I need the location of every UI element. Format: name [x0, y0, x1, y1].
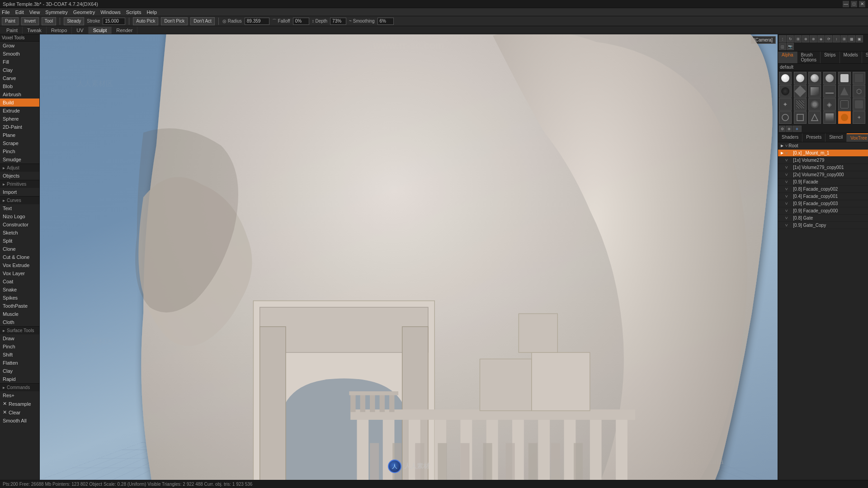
icon-btn-7[interactable]: ⟳ [825, 35, 832, 42]
brush-cell-21[interactable] [808, 111, 821, 124]
menu-edit[interactable]: Edit [15, 9, 24, 15]
sidebar-item-toothpaste[interactable]: ToothPaste [0, 302, 39, 310]
icon2-add[interactable]: + [793, 126, 802, 132]
brush-cell-20[interactable] [794, 111, 807, 124]
sidebar-item-snake[interactable]: Snake [0, 286, 39, 294]
brush-cell-2[interactable] [794, 72, 807, 84]
menu-windows[interactable]: Windows [100, 9, 121, 15]
tab-uv[interactable]: UV [72, 27, 88, 34]
brush-cell-16[interactable]: ◈ [823, 98, 836, 111]
viewport[interactable]: www.rr-sc.com 人人素材区 人人素材区 人人素材区 人人素材区 Gu… [40, 34, 778, 480]
sidebar-item-clay[interactable]: Clay [0, 66, 39, 74]
brush-cell-24[interactable]: + [853, 111, 865, 124]
layer-tab-voxtree[interactable]: VoxTree [847, 133, 868, 142]
minimize-btn[interactable]: — [843, 1, 849, 7]
sidebar-item-clear[interactable]: ✕ Clear [0, 408, 39, 417]
layer-item-facade-c000[interactable]: V [0.9] Facade_copy000 [778, 207, 868, 215]
sidebar-item-scrape[interactable]: Scrape [0, 139, 39, 147]
menu-view[interactable]: View [29, 9, 40, 15]
sidebar-item-plane[interactable]: Plane [0, 131, 39, 139]
brush-tab-alpha[interactable]: Alpha [778, 52, 797, 63]
sidebar-item-cutclone[interactable]: Cut & Clone [0, 253, 39, 261]
sidebar-item-fill[interactable]: Fill [0, 58, 39, 66]
sidebar-item-commands[interactable]: ▸ Commands [0, 383, 39, 391]
sidebar-item-clone[interactable]: Clone [0, 245, 39, 253]
sidebar-item-blob[interactable]: Blob [0, 82, 39, 90]
layer-item-facade-c003[interactable]: V [0.9] Facade_copy003 [778, 200, 868, 207]
sidebar-item-nizo[interactable]: Nizo Logo [0, 212, 39, 221]
layer-tab-shaders[interactable]: Shaders [778, 133, 802, 142]
sidebar-item-voxextrude[interactable]: Vox Extrude [0, 261, 39, 269]
brush-cell-17[interactable] [838, 98, 851, 111]
sidebar-item-pinch[interactable]: Pinch [0, 147, 39, 155]
sidebar-item-resplus[interactable]: Res+ [0, 391, 39, 399]
brush-tab-models[interactable]: Models [840, 52, 862, 63]
sidebar-item-airbrush[interactable]: Airbrush [0, 90, 39, 99]
brush-tab-splines[interactable]: Splines [862, 52, 868, 63]
layer-item-facade-c001[interactable]: V [0.4] Facade_copy001 [778, 193, 868, 200]
icon-btn-2[interactable]: ↻ [787, 35, 794, 42]
icon2-1[interactable]: ⚙ [779, 126, 785, 132]
brush-tab-options[interactable]: Brush Options [797, 52, 821, 63]
sidebar-item-pinch2[interactable]: Pinch [0, 343, 39, 351]
brush-cell-9[interactable] [808, 85, 821, 98]
sidebar-item-smooth[interactable]: Smooth [0, 50, 39, 58]
icon-btn-8[interactable]: ↕ [833, 35, 840, 42]
brush-cell-14[interactable] [794, 98, 807, 111]
sidebar-item-adjust[interactable]: ▸ Adjust [0, 164, 39, 172]
layer-item-gate[interactable]: V [0.8] Gate [778, 215, 868, 222]
brush-cell-13[interactable]: ✦ [779, 98, 792, 111]
icon-btn-6[interactable]: ◈ [817, 35, 825, 42]
sidebar-item-2dpaint[interactable]: 2D-Paint [0, 123, 39, 131]
sidebar-item-flatten[interactable]: Flatten [0, 359, 39, 367]
sidebar-item-sphere[interactable]: Sphere [0, 115, 39, 123]
menu-geometry[interactable]: Geometry [73, 9, 95, 15]
invert-btn[interactable]: Invert [21, 17, 39, 25]
menu-scripts[interactable]: Scripts [126, 9, 142, 15]
sidebar-item-objects[interactable]: Objects [0, 172, 39, 180]
sidebar-item-split[interactable]: Split [0, 237, 39, 245]
brush-cell-19[interactable] [779, 111, 792, 124]
layer-item-vol279c000[interactable]: V [2x] Volume279_copy000 [778, 171, 868, 178]
brush-cell-6[interactable] [853, 72, 865, 84]
sidebar-item-coat[interactable]: Coat [0, 277, 39, 286]
tool-btn[interactable]: Tool [42, 17, 56, 25]
icon-btn-4[interactable]: ⊕ [802, 35, 809, 42]
icon-btn-12[interactable]: ◫ [779, 43, 786, 50]
layer-item-gate-copy[interactable]: V [0.9] Gate_Copy [778, 222, 868, 229]
tab-retopo[interactable]: Retopo [47, 27, 72, 34]
tab-paint[interactable]: Paint [2, 27, 23, 34]
sidebar-item-clay2[interactable]: Clay [0, 367, 39, 375]
brush-cell-10[interactable] [823, 85, 836, 98]
layer-item-vol279[interactable]: V [1x] Volume279 [778, 157, 868, 164]
brush-cell-4[interactable] [823, 72, 836, 84]
menu-file[interactable]: File [2, 9, 10, 15]
icon2-2[interactable]: ⊕ [786, 126, 792, 132]
sidebar-item-spikes[interactable]: Spikes [0, 294, 39, 302]
brush-cell-22[interactable] [823, 111, 836, 124]
icon-btn-1[interactable]: ⋮ [779, 35, 786, 42]
menu-symmetry[interactable]: Symmetry [45, 9, 68, 15]
sidebar-item-resample[interactable]: ✕ Resample [0, 399, 39, 408]
brush-cell-18[interactable] [853, 98, 865, 111]
sidebar-item-smudge[interactable]: Smudge [0, 155, 39, 164]
steady-btn[interactable]: Steady [64, 17, 84, 25]
sidebar-item-rapid[interactable]: Rapid [0, 375, 39, 383]
brush-cell-11[interactable] [838, 85, 851, 98]
menu-help[interactable]: Help [146, 9, 157, 15]
sidebar-item-surfacetools[interactable]: ▸ Surface Tools [0, 326, 39, 334]
tab-render[interactable]: Render [112, 27, 137, 34]
autopick-btn[interactable]: Auto Pick [133, 17, 158, 25]
brush-cell-23[interactable] [838, 111, 851, 124]
layer-item-facade-c002[interactable]: V [0.8] Facade_copy002 [778, 186, 868, 193]
layer-item-facade[interactable]: V [0.9] Facade [778, 178, 868, 186]
brush-cell-12[interactable]: ⬡ [853, 85, 865, 98]
layer-item-root[interactable]: ▶ V Root [778, 142, 868, 150]
icon-btn-9[interactable]: ⊞ [840, 35, 848, 42]
sidebar-item-text[interactable]: Text [0, 204, 39, 212]
tab-sculpt[interactable]: Sculpt [89, 27, 112, 34]
icon-btn-camera[interactable]: 📷 [787, 43, 794, 50]
brush-cell-15[interactable] [808, 98, 821, 111]
layer-tab-stencil[interactable]: Stencil [826, 133, 847, 142]
sidebar-item-build[interactable]: Build [0, 99, 39, 107]
